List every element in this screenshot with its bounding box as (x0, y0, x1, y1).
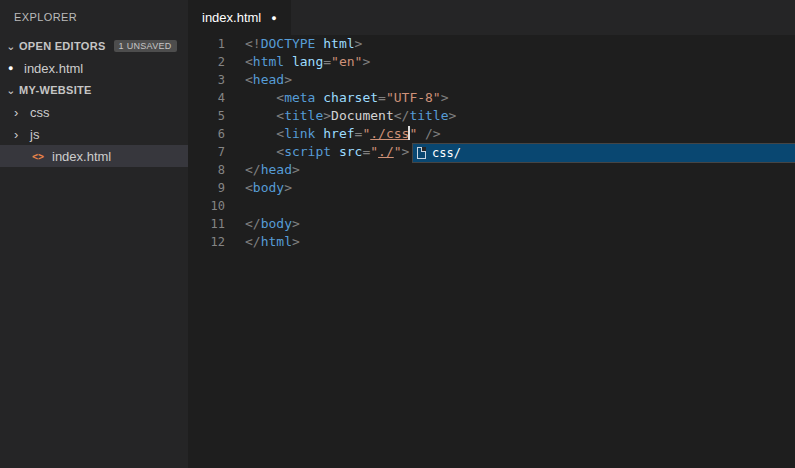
code-line: 11</body> (188, 215, 795, 233)
code-token: < (276, 90, 284, 105)
code-token: > (362, 54, 370, 69)
modified-dot-icon: ● (8, 63, 24, 73)
code-token: > (284, 180, 292, 195)
unsaved-badge: 1 UNSAVED (114, 40, 177, 52)
code-token: = (378, 90, 386, 105)
code-text: </head> (225, 161, 300, 179)
code-line: 4 <meta charset="UTF-8"> (188, 89, 795, 107)
code-token: </ (245, 162, 261, 177)
code-token: " (370, 144, 378, 159)
code-text: <body> (225, 179, 292, 197)
code-text: <link href="./css" /> (225, 125, 441, 143)
modified-dot-icon: ● (271, 13, 276, 23)
code-text: </body> (225, 215, 300, 233)
code-token: body (261, 216, 292, 231)
code-token: > (323, 108, 331, 123)
code-token: head (253, 72, 284, 87)
code-text (225, 197, 245, 215)
code-token: head (261, 162, 292, 177)
code-line: 6 <link href="./css" /> (188, 125, 795, 143)
code-token: < (276, 108, 284, 123)
code-token: html (253, 54, 284, 69)
code-token: lang (284, 54, 323, 69)
code-text: <html lang="en"> (225, 53, 370, 71)
code-line: 2<html lang="en"> (188, 53, 795, 71)
code-line: 3<head> (188, 71, 795, 89)
line-number[interactable]: 9 (188, 179, 225, 197)
chevron-right-icon: › (14, 105, 30, 120)
tab-index-html[interactable]: index.html ● (188, 0, 291, 35)
code-token: "UTF-8" (386, 90, 441, 105)
code-token: </ (394, 108, 410, 123)
tree-item-label: css (30, 105, 50, 120)
code-token: Document (331, 108, 394, 123)
editor-area: index.html ● 1<!DOCTYPE html>2<html lang… (188, 0, 795, 468)
code-token: meta (284, 90, 315, 105)
vscode-window: EXPLORER ⌄ OPEN EDITORS 1 UNSAVED ●index… (0, 0, 795, 468)
code-token: < (276, 144, 284, 159)
code-text: </html> (225, 233, 300, 251)
open-editor-item-index.html[interactable]: ●index.html (0, 57, 188, 79)
tree-item-label: index.html (52, 149, 111, 164)
explorer-title: EXPLORER (0, 0, 188, 35)
code-token: ./ (378, 144, 394, 159)
open-editors-list: ●index.html (0, 57, 188, 79)
tab-bar: index.html ● (188, 0, 795, 35)
tree-item-css[interactable]: ›css (0, 101, 188, 123)
line-number[interactable]: 10 (188, 197, 225, 215)
code-token: html (261, 234, 292, 249)
line-number[interactable]: 8 (188, 161, 225, 179)
code-text: <title>Document</title> (225, 107, 456, 125)
line-number[interactable]: 6 (188, 125, 225, 143)
autocomplete-popup: css/ (412, 143, 795, 163)
code-text: <meta charset="UTF-8"> (225, 89, 449, 107)
line-number[interactable]: 1 (188, 35, 225, 53)
code-line: 10 (188, 197, 795, 215)
code-token: < (245, 54, 253, 69)
code-token: " (394, 144, 402, 159)
tab-label: index.html (202, 10, 261, 25)
code-text: <!DOCTYPE html> (225, 35, 362, 53)
code-token: > (441, 90, 449, 105)
html-file-icon: <> (32, 151, 52, 162)
code-token: html (315, 36, 354, 51)
open-editors-header[interactable]: ⌄ OPEN EDITORS 1 UNSAVED (0, 35, 188, 57)
line-number[interactable]: 4 (188, 89, 225, 107)
code-text: <head> (225, 71, 292, 89)
code-token: ./css (370, 126, 409, 141)
code-text: <script src="./"> (225, 143, 409, 161)
code-token: title (284, 108, 323, 123)
code-token (245, 108, 276, 123)
chevron-right-icon: › (14, 127, 30, 142)
code-token: </ (245, 234, 261, 249)
line-number[interactable]: 12 (188, 233, 225, 251)
code-line: 9<body> (188, 179, 795, 197)
tree-item-label: js (30, 127, 39, 142)
code-token: script (284, 144, 331, 159)
code-token: src (331, 144, 362, 159)
suggest-item-css/[interactable]: css/ (413, 144, 795, 162)
explorer-sidebar: EXPLORER ⌄ OPEN EDITORS 1 UNSAVED ●index… (0, 0, 188, 468)
tree-item-index.html[interactable]: <>index.html (0, 145, 188, 167)
workspace-header[interactable]: ⌄ MY-WEBSITE (0, 79, 188, 101)
code-token: > (292, 234, 300, 249)
line-number[interactable]: 11 (188, 215, 225, 233)
code-token: < (245, 72, 253, 87)
code-token: > (292, 216, 300, 231)
line-number[interactable]: 3 (188, 71, 225, 89)
code-token: /> (417, 126, 440, 141)
line-number[interactable]: 2 (188, 53, 225, 71)
file-tree: ›css›js<>index.html (0, 101, 188, 167)
code-token: title (409, 108, 448, 123)
line-number[interactable]: 7 (188, 143, 225, 161)
code-token: "en" (331, 54, 362, 69)
chevron-down-icon: ⌄ (3, 40, 19, 53)
code-token: link (284, 126, 315, 141)
code-line: 5 <title>Document</title> (188, 107, 795, 125)
code-token (245, 144, 276, 159)
code-token: charset (315, 90, 378, 105)
tree-item-js[interactable]: ›js (0, 123, 188, 145)
code-token: > (284, 72, 292, 87)
code-token: < (245, 180, 253, 195)
line-number[interactable]: 5 (188, 107, 225, 125)
